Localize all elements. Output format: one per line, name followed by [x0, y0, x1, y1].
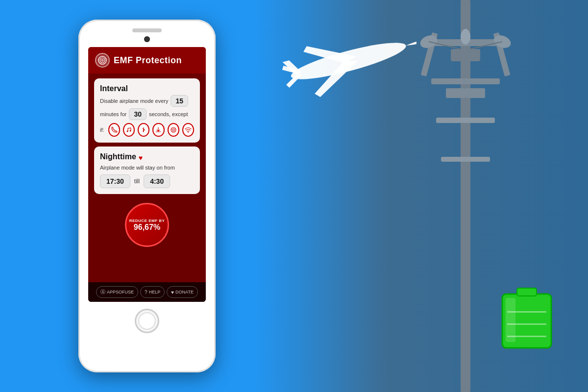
music-icon[interactable] — [123, 123, 135, 137]
wifi-icon[interactable] — [182, 123, 194, 137]
phone-call-icon[interactable] — [108, 123, 120, 137]
if-label: if: — [100, 127, 104, 133]
donate-button[interactable]: ♥ DONATE — [167, 286, 198, 298]
interval-desc-line1: Disable airplane mode every — [100, 98, 168, 104]
bottom-nav: Ⓐ APPSOFUSE ? HELP ♥ DONATE — [88, 282, 206, 302]
reduce-emf-percent: 96,67% — [134, 223, 160, 232]
interval-desc-line2: minutes for — [100, 111, 126, 117]
donate-label: DONATE — [175, 290, 194, 294]
appsofuse-label: APPSOFUSE — [107, 290, 134, 294]
appsofuse-icon: Ⓐ — [100, 289, 105, 295]
interval-title: Interval — [100, 84, 194, 93]
svg-rect-21 — [506, 298, 515, 342]
svg-point-25 — [102, 60, 103, 61]
svg-point-26 — [126, 131, 128, 132]
phone-speaker — [132, 28, 162, 32]
phone-frame: EMF Protection Interval Disable airplane… — [78, 20, 216, 372]
nighttime-section: Nighttime ♥ Airplane mode will stay on f… — [94, 147, 200, 194]
nighttime-title-row: Nighttime ♥ — [100, 152, 194, 163]
interval-desc-line3: seconds, except — [149, 111, 188, 117]
signal-icon[interactable] — [168, 123, 179, 137]
nighttime-title: Nighttime — [100, 152, 136, 161]
to-time-badge[interactable]: 4:30 — [144, 174, 170, 188]
from-time-badge[interactable]: 17:30 — [100, 174, 130, 188]
donate-icon: ♥ — [171, 290, 174, 295]
till-label: till — [134, 178, 140, 185]
help-label: HELP — [149, 290, 161, 294]
app-content: Interval Disable airplane mode every 15 … — [88, 74, 206, 282]
svg-point-31 — [188, 132, 189, 133]
heart-icon: ♥ — [139, 154, 143, 162]
phone-screen: EMF Protection Interval Disable airplane… — [88, 47, 206, 302]
svg-point-30 — [173, 129, 174, 130]
phone-camera — [144, 36, 150, 42]
app-header: EMF Protection — [88, 47, 206, 74]
time-range-row: 17:30 till 4:30 — [100, 174, 194, 188]
airplane-silhouette — [279, 15, 416, 103]
nighttime-description: Airplane mode will stay on from — [100, 165, 194, 171]
help-icon: ? — [145, 290, 147, 295]
help-button[interactable]: ? HELP — [140, 286, 165, 298]
reduce-emf-label: REDUCE EMF BY — [129, 219, 165, 223]
interval-minutes-badge[interactable]: 15 — [171, 95, 188, 107]
exception-icons-row: if: — [100, 123, 194, 137]
interval-seconds-badge[interactable]: 30 — [129, 108, 147, 120]
battery-icon — [500, 284, 559, 353]
svg-rect-17 — [517, 288, 537, 296]
emf-logo — [95, 53, 110, 68]
home-button[interactable] — [135, 309, 159, 333]
bluetooth-icon[interactable] — [138, 123, 149, 137]
svg-point-0 — [289, 36, 409, 86]
home-button-inner — [138, 312, 156, 330]
appsofuse-button[interactable]: Ⓐ APPSOFUSE — [96, 286, 138, 298]
app-title: EMF Protection — [114, 55, 182, 66]
svg-point-27 — [129, 130, 131, 132]
interval-section: Interval Disable airplane mode every 15 … — [94, 78, 200, 143]
reduce-emf-button[interactable]: REDUCE EMF BY 96,67% — [125, 203, 169, 247]
download-icon[interactable] — [152, 123, 164, 137]
